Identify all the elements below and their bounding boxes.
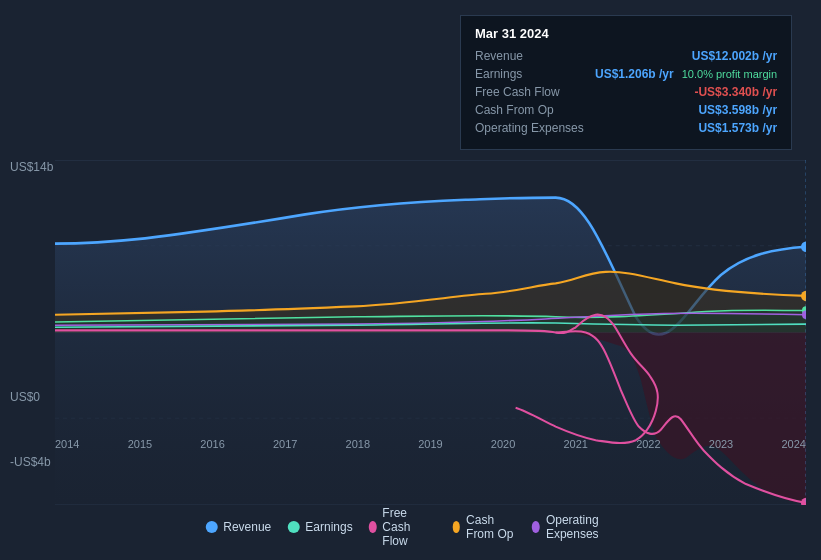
x-label-2024: 2024 (781, 438, 805, 450)
tooltip-row-revenue: Revenue US$12.002b /yr (475, 49, 777, 63)
tooltip-row-cashfromop: Cash From Op US$3.598b /yr (475, 103, 777, 117)
tooltip-value-fcf: -US$3.340b /yr (694, 85, 777, 99)
tooltip-label-cashfromop: Cash From Op (475, 103, 595, 117)
tooltip-label-opex: Operating Expenses (475, 121, 595, 135)
legend-label-fcf: Free Cash Flow (382, 506, 436, 548)
legend-dot-revenue (205, 521, 217, 533)
chart-container: Mar 31 2024 Revenue US$12.002b /yr Earni… (0, 0, 821, 560)
tooltip-label-fcf: Free Cash Flow (475, 85, 595, 99)
y-label-top: US$14b (10, 160, 53, 174)
chart-svg (55, 160, 806, 505)
x-label-2016: 2016 (200, 438, 224, 450)
tooltip-row-earnings: Earnings US$1.206b /yr 10.0% profit marg… (475, 67, 777, 81)
x-label-2017: 2017 (273, 438, 297, 450)
legend: Revenue Earnings Free Cash Flow Cash Fro… (205, 506, 616, 548)
tooltip-row-opex: Operating Expenses US$1.573b /yr (475, 121, 777, 135)
legend-dot-cashfromop (452, 521, 460, 533)
legend-item-revenue[interactable]: Revenue (205, 520, 271, 534)
x-label-2019: 2019 (418, 438, 442, 450)
legend-label-cashfromop: Cash From Op (466, 513, 516, 541)
profit-margin: 10.0% profit margin (682, 68, 777, 80)
tooltip-value-earnings: US$1.206b /yr (595, 67, 674, 81)
chart-area (55, 160, 806, 505)
tooltip-date: Mar 31 2024 (475, 26, 777, 41)
legend-item-earnings[interactable]: Earnings (287, 520, 352, 534)
legend-label-earnings: Earnings (305, 520, 352, 534)
x-label-2021: 2021 (563, 438, 587, 450)
legend-item-cashfromop[interactable]: Cash From Op (452, 513, 516, 541)
x-label-2022: 2022 (636, 438, 660, 450)
legend-item-fcf[interactable]: Free Cash Flow (369, 506, 437, 548)
tooltip-row-fcf: Free Cash Flow -US$3.340b /yr (475, 85, 777, 99)
tooltip-value-revenue: US$12.002b /yr (692, 49, 777, 63)
tooltip-label-revenue: Revenue (475, 49, 595, 63)
x-label-2015: 2015 (128, 438, 152, 450)
tooltip-label-earnings: Earnings (475, 67, 595, 81)
x-label-2018: 2018 (346, 438, 370, 450)
tooltip-value-cashfromop: US$3.598b /yr (698, 103, 777, 117)
y-label-bot: -US$4b (10, 455, 51, 469)
x-label-2014: 2014 (55, 438, 79, 450)
x-label-2020: 2020 (491, 438, 515, 450)
legend-item-opex[interactable]: Operating Expenses (532, 513, 616, 541)
legend-label-revenue: Revenue (223, 520, 271, 534)
y-label-mid: US$0 (10, 390, 40, 404)
legend-dot-opex (532, 521, 540, 533)
x-label-2023: 2023 (709, 438, 733, 450)
tooltip: Mar 31 2024 Revenue US$12.002b /yr Earni… (460, 15, 792, 150)
legend-dot-fcf (369, 521, 377, 533)
tooltip-value-opex: US$1.573b /yr (698, 121, 777, 135)
legend-dot-earnings (287, 521, 299, 533)
legend-label-opex: Operating Expenses (546, 513, 616, 541)
